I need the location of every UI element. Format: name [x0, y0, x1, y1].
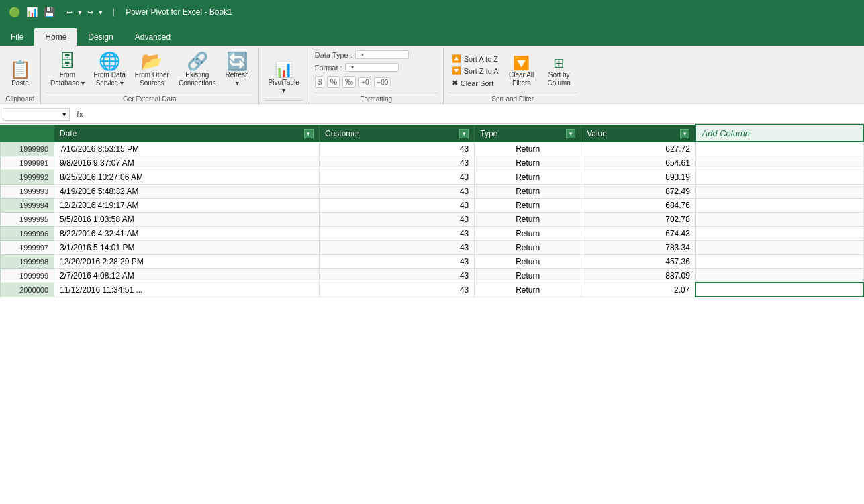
customer-cell[interactable]: 43 [319, 268, 474, 283]
refresh-button[interactable]: 🔄 Refresh▾ [222, 51, 253, 89]
data-type-row: Data Type : ▾ [315, 50, 409, 60]
increase-decimal-button[interactable]: +0 [358, 77, 371, 87]
customer-cell[interactable]: 43 [319, 226, 474, 240]
customer-cell[interactable]: 43 [319, 254, 474, 268]
save-icon[interactable]: 💾 [42, 5, 56, 19]
formula-input[interactable] [90, 110, 861, 119]
redo-arrow[interactable]: ▾ [97, 7, 105, 18]
sort-z-a-button[interactable]: 🔽 Sort Z to A [449, 65, 501, 77]
date-cell[interactable]: 7/10/2016 8:53:15 PM [54, 142, 320, 156]
header-type[interactable]: Type ▾ [475, 125, 581, 142]
value-filter-button[interactable]: ▾ [680, 129, 689, 138]
date-filter-button[interactable]: ▾ [304, 129, 314, 138]
value-header-label: Value [587, 129, 607, 138]
date-cell[interactable]: 9/8/2016 9:37:07 AM [54, 156, 320, 170]
tab-advanced[interactable]: Advanced [124, 28, 181, 46]
type-cell[interactable]: Return [475, 184, 581, 198]
add-column-cell[interactable] [695, 268, 863, 283]
add-column-cell[interactable] [695, 156, 863, 170]
add-column-cell[interactable] [695, 283, 863, 297]
thousands-button[interactable]: ‰ [342, 76, 356, 88]
value-cell[interactable]: 684.76 [581, 198, 696, 212]
date-cell[interactable]: 11/12/2016 11:34:51 ... [54, 283, 320, 297]
customer-cell[interactable]: 43 [319, 184, 474, 198]
date-cell[interactable]: 8/22/2016 4:32:41 AM [54, 226, 320, 240]
type-cell[interactable]: Return [475, 156, 581, 170]
sort-filter-content: 🔼 Sort A to Z 🔽 Sort Z to A ✖ Clear Sort… [449, 50, 577, 91]
undo-button[interactable]: ↩ [64, 7, 75, 18]
from-database-button[interactable]: 🗄 FromDatabase ▾ [46, 51, 89, 89]
redo-button[interactable]: ↪ [85, 7, 95, 18]
date-cell[interactable]: 12/2/2016 4:19:17 AM [54, 198, 320, 212]
date-cell[interactable]: 12/20/2016 2:28:29 PM [54, 254, 320, 268]
row-id-cell: 1999999 [1, 268, 54, 283]
type-cell[interactable]: Return [475, 142, 581, 156]
date-cell[interactable]: 4/19/2016 5:48:32 AM [54, 184, 320, 198]
sort-a-z-button[interactable]: 🔼 Sort A to Z [449, 53, 501, 64]
value-cell[interactable]: 872.49 [581, 184, 696, 198]
tab-home[interactable]: Home [34, 28, 77, 46]
add-column-cell[interactable] [695, 184, 863, 198]
add-column-cell[interactable] [695, 142, 863, 156]
value-cell[interactable]: 2.07 [581, 283, 696, 297]
paste-button[interactable]: 📋 Paste [5, 59, 35, 89]
customer-cell[interactable]: 43 [319, 212, 474, 226]
sort-by-column-icon: ⊞ [553, 56, 565, 70]
customer-cell[interactable]: 43 [319, 198, 474, 212]
value-cell[interactable]: 783.34 [581, 240, 696, 254]
external-label: Get External Data [46, 93, 253, 105]
header-customer[interactable]: Customer ▾ [319, 125, 474, 142]
type-cell[interactable]: Return [475, 283, 581, 297]
value-cell[interactable]: 887.09 [581, 268, 696, 283]
currency-button[interactable]: $ [315, 76, 325, 88]
percent-button[interactable]: % [327, 76, 340, 88]
value-cell[interactable]: 654.61 [581, 156, 696, 170]
customer-filter-button[interactable]: ▾ [459, 129, 469, 138]
add-column-cell[interactable] [695, 240, 863, 254]
value-cell[interactable]: 627.72 [581, 142, 696, 156]
format-dropdown[interactable]: ▾ [345, 63, 399, 72]
type-filter-button[interactable]: ▾ [566, 129, 575, 138]
add-column-cell[interactable] [695, 198, 863, 212]
value-cell[interactable]: 702.78 [581, 212, 696, 226]
type-cell[interactable]: Return [475, 226, 581, 240]
type-cell[interactable]: Return [475, 170, 581, 184]
from-data-service-button[interactable]: 🌐 From DataService ▾ [90, 51, 130, 89]
date-cell[interactable]: 8/25/2016 10:27:06 AM [54, 170, 320, 184]
tab-design[interactable]: Design [77, 28, 124, 46]
add-column-cell[interactable] [695, 226, 863, 240]
undo-arrow[interactable]: ▾ [76, 7, 84, 18]
date-cell[interactable]: 2/7/2016 4:08:12 AM [54, 268, 320, 283]
header-date[interactable]: Date ▾ [54, 125, 320, 142]
clear-sort-button[interactable]: ✖ Clear Sort [449, 77, 501, 89]
type-cell[interactable]: Return [475, 254, 581, 268]
customer-cell[interactable]: 43 [319, 156, 474, 170]
add-column-cell[interactable] [695, 170, 863, 184]
value-cell[interactable]: 674.43 [581, 226, 696, 240]
sort-by-column-button[interactable]: ⊞ Sort byColumn [542, 55, 577, 89]
existing-connections-button[interactable]: 🔗 ExistingConnections [175, 51, 220, 89]
add-column-cell[interactable] [695, 212, 863, 226]
customer-cell[interactable]: 43 [319, 170, 474, 184]
type-cell[interactable]: Return [475, 240, 581, 254]
date-cell[interactable]: 3/1/2016 5:14:01 PM [54, 240, 320, 254]
clear-all-filters-button[interactable]: 🔽 Clear AllFilters [503, 55, 540, 89]
customer-cell[interactable]: 43 [319, 240, 474, 254]
decrease-decimal-button[interactable]: +00 [374, 77, 391, 87]
header-value[interactable]: Value ▾ [581, 125, 696, 142]
pivottable-button[interactable]: 📊 PivotTable▾ [265, 61, 303, 96]
value-cell[interactable]: 457.36 [581, 254, 696, 268]
value-cell[interactable]: 893.19 [581, 170, 696, 184]
add-column-cell[interactable] [695, 254, 863, 268]
from-other-sources-button[interactable]: 📂 From OtherSources [131, 51, 173, 89]
type-cell[interactable]: Return [475, 198, 581, 212]
data-type-dropdown[interactable]: ▾ [355, 50, 409, 59]
customer-cell[interactable]: 43 [319, 142, 474, 156]
name-box[interactable]: ▾ [3, 108, 70, 121]
type-cell[interactable]: Return [475, 268, 581, 283]
type-cell[interactable]: Return [475, 212, 581, 226]
tab-file[interactable]: File [0, 28, 34, 46]
customer-cell[interactable]: 43 [319, 283, 474, 297]
header-add-column[interactable]: Add Column [695, 125, 863, 142]
date-cell[interactable]: 5/5/2016 1:03:58 AM [54, 212, 320, 226]
